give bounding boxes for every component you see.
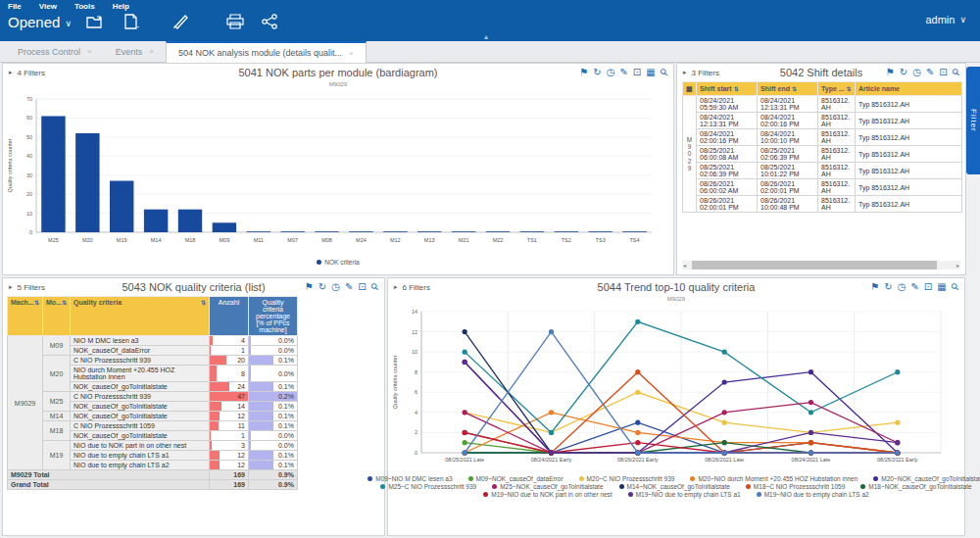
legend-item[interactable]: M19~NIO due to empty chain LTS a2 bbox=[757, 491, 869, 498]
filters-toggle[interactable]: ▸ 4 Filters bbox=[9, 69, 45, 77]
filter-flag-icon[interactable]: ⚑ bbox=[305, 282, 314, 292]
legend-item[interactable]: M20~NIO durch Moment +20.455 HOZ Hubstat… bbox=[690, 475, 858, 482]
edit-pencil-icon[interactable]: ✎ bbox=[926, 68, 934, 77]
table-row[interactable]: M19NIO due to NOK part in on other nest3… bbox=[8, 441, 298, 451]
sort-icon[interactable]: ⇅ bbox=[847, 86, 852, 92]
zoom-magnifier-icon[interactable]: ⚲ bbox=[658, 67, 669, 78]
legend-item[interactable]: M09~NOK_causeOf_dataError bbox=[468, 475, 564, 482]
table-row[interactable]: M9029M09NIO M DMC lesen a340.0% bbox=[8, 336, 298, 346]
collapse-toolbar-icon[interactable]: ▴ bbox=[484, 32, 488, 41]
export-icon[interactable]: ⊡ bbox=[633, 68, 641, 77]
legend-item[interactable]: M25~NOK_causeOf_goToInitialstate bbox=[492, 483, 603, 490]
menu-help[interactable]: Help bbox=[113, 2, 129, 11]
tab-process-control[interactable]: Process Control× bbox=[6, 41, 104, 62]
tab-close-icon[interactable]: × bbox=[87, 47, 92, 56]
total-row: Grand Total1690.9% bbox=[8, 480, 298, 490]
column-header[interactable]: Shift end⇅ bbox=[758, 82, 818, 96]
refresh-icon[interactable]: ↻ bbox=[318, 282, 326, 292]
filter-side-tab[interactable]: Filter bbox=[966, 67, 980, 174]
filter-flag-icon[interactable]: ⚑ bbox=[886, 68, 895, 77]
grid-view-icon[interactable]: ▦ bbox=[646, 68, 655, 77]
user-menu[interactable]: admin ∨ bbox=[925, 14, 966, 25]
legend-item[interactable]: NOK criteria bbox=[317, 259, 359, 266]
tab-504-nok-analysis[interactable]: 504 NOK analysis module (details qualit.… bbox=[166, 41, 367, 63]
refresh-icon[interactable]: ↻ bbox=[593, 68, 601, 77]
zoom-magnifier-icon[interactable]: ⚲ bbox=[368, 281, 380, 293]
export-icon[interactable]: ⊡ bbox=[939, 68, 947, 77]
edit-pencil-icon[interactable]: ✎ bbox=[345, 282, 353, 292]
refresh-icon[interactable]: ↻ bbox=[884, 282, 892, 292]
history-clock-icon[interactable]: ◷ bbox=[912, 68, 921, 77]
menu-bar: File View Tools Help bbox=[8, 2, 129, 11]
open-folder-icon[interactable] bbox=[85, 12, 107, 31]
menu-view[interactable]: View bbox=[39, 2, 57, 11]
menu-tools[interactable]: Tools bbox=[74, 2, 95, 11]
share-icon[interactable] bbox=[260, 12, 281, 31]
tab-events[interactable]: Events× bbox=[104, 41, 166, 62]
filters-toggle[interactable]: ▸ 6 Filters bbox=[394, 283, 430, 292]
column-header[interactable]: Type ...⇅ bbox=[818, 82, 856, 96]
filter-flag-icon[interactable]: ⚑ bbox=[870, 282, 879, 292]
legend-item[interactable]: M25~C NIO Prozessschritt 939 bbox=[380, 483, 476, 490]
sort-icon[interactable]: ⇅ bbox=[201, 299, 206, 306]
history-clock-icon[interactable]: ◷ bbox=[607, 68, 615, 77]
table-row[interactable]: 08/26/202106:00:02 AM08/26/202102:00:01 … bbox=[683, 179, 962, 196]
grid-view-icon[interactable]: ▦ bbox=[937, 282, 946, 292]
column-header[interactable]: Mach...⇅ bbox=[8, 297, 43, 336]
legend-item[interactable]: M20~C NIO Prozessschritt 939 bbox=[579, 475, 675, 482]
print-icon[interactable] bbox=[224, 12, 246, 31]
column-header[interactable]: Shift start⇅ bbox=[697, 82, 758, 96]
table-row[interactable]: 08/24/202112:13:31 PM08/24/202102:00:16 … bbox=[683, 113, 962, 129]
scrollbar-thumb[interactable] bbox=[692, 261, 937, 269]
edit-pencil-icon[interactable]: ✎ bbox=[910, 282, 918, 292]
tab-close-icon[interactable]: × bbox=[149, 47, 154, 56]
legend-item[interactable]: M19~NIO due to empty chain LTS a1 bbox=[628, 491, 741, 498]
history-clock-icon[interactable]: ◷ bbox=[898, 282, 906, 292]
sort-icon[interactable]: ⇅ bbox=[34, 299, 39, 306]
column-header[interactable]: Anzahl bbox=[210, 297, 249, 336]
zoom-magnifier-icon[interactable]: ⚲ bbox=[949, 281, 960, 293]
filters-toggle[interactable]: ▸ 5 Filters bbox=[9, 283, 45, 292]
opened-dropdown[interactable]: Opened∨ bbox=[8, 14, 72, 30]
table-row[interactable]: M 9 0 2 908/24/202105:59:30 AM08/24/2021… bbox=[683, 96, 962, 113]
legend-item[interactable]: M20~NOK_causeOf_goToInitialstate bbox=[873, 475, 980, 482]
menu-file[interactable]: File bbox=[8, 2, 22, 11]
table-row[interactable]: 08/25/202106:00:08 AM08/25/202102:06:39 … bbox=[683, 146, 962, 163]
legend-item[interactable]: M18~C NIO Prozessschritt 1059 bbox=[746, 483, 845, 490]
export-icon[interactable]: ⊡ bbox=[358, 282, 366, 292]
column-header[interactable]: Quality criteria⇅ bbox=[71, 297, 210, 336]
scroll-left-icon[interactable]: ◂ bbox=[683, 262, 686, 269]
zoom-magnifier-icon[interactable]: ⚲ bbox=[950, 67, 961, 78]
column-header[interactable]: Quality criteria percentage [% of PPcs m… bbox=[249, 297, 298, 336]
horizontal-scrollbar[interactable]: ◂ ▸ bbox=[682, 261, 960, 269]
export-icon[interactable]: ⊡ bbox=[924, 282, 932, 292]
filter-flag-icon[interactable]: ⚑ bbox=[579, 68, 588, 77]
filters-toggle[interactable]: ▸ 3 Filters bbox=[683, 69, 719, 77]
legend-item[interactable]: M14~NOK_causeOf_goToInitialstate bbox=[619, 483, 730, 490]
table-row[interactable]: 08/25/202102:06:39 PM08/25/202110:01:22 … bbox=[683, 163, 962, 179]
refresh-icon[interactable]: ↻ bbox=[900, 68, 907, 77]
sort-icon[interactable]: ⇅ bbox=[62, 299, 67, 306]
new-document-icon[interactable] bbox=[121, 12, 142, 31]
edit-pencil-icon[interactable]: ✎ bbox=[619, 68, 627, 77]
legend-item[interactable]: M18~NOK_causeOf_goToInitialstate bbox=[860, 483, 971, 490]
column-header[interactable]: Article name bbox=[856, 82, 962, 96]
table-row[interactable]: 08/26/202102:00:01 PM08/26/202110:00:48 … bbox=[683, 196, 962, 213]
column-header[interactable]: Mo...⇅ bbox=[43, 297, 71, 336]
tab-close-icon[interactable]: × bbox=[349, 49, 354, 58]
edit-pencil-icon[interactable] bbox=[170, 12, 191, 31]
sort-icon[interactable]: ⇅ bbox=[734, 86, 739, 92]
line-chart-canvas[interactable]: 0246810121408/25/2021 Late08/24/2021 Ear… bbox=[388, 306, 955, 470]
table-row[interactable]: M20C NIO Prozessschritt 939200.1% bbox=[8, 356, 298, 366]
bar-chart-canvas[interactable]: 010203040506070M25M20M19M14M18M09M11M07M… bbox=[3, 91, 662, 254]
table-row[interactable]: M25C NIO Prozessschritt 939470.2% bbox=[8, 392, 298, 402]
table-row[interactable]: 08/24/202102:00:16 PM08/24/202110:00:10 … bbox=[683, 129, 962, 146]
table-cell: Typ 8516312.AH bbox=[856, 146, 962, 163]
legend-item[interactable]: M09~NIO M DMC lesen a3 bbox=[368, 475, 452, 482]
table-row[interactable]: M18C NIO Prozessschritt 1059110.1% bbox=[8, 421, 298, 431]
sort-icon[interactable]: ⇅ bbox=[792, 86, 797, 92]
legend-item[interactable]: M19~NIO due to NOK part in on other nest bbox=[483, 491, 612, 498]
scroll-right-icon[interactable]: ▸ bbox=[956, 262, 959, 269]
table-row[interactable]: M14NOK_causeOf_goToInitialstate120.1% bbox=[8, 412, 298, 421]
history-clock-icon[interactable]: ◷ bbox=[331, 282, 340, 292]
